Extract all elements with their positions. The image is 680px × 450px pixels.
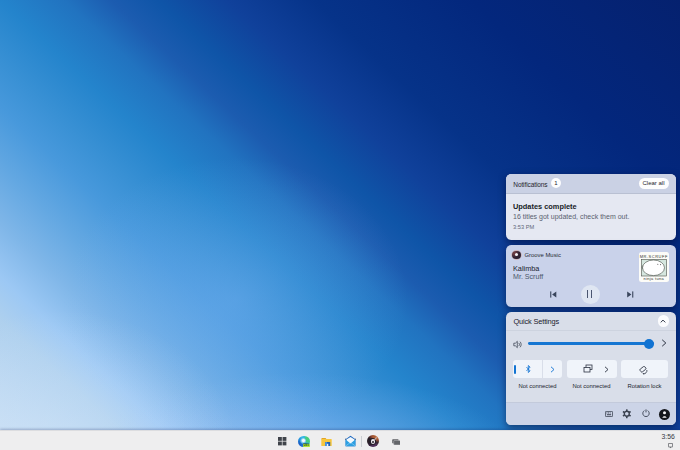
svg-text:ninja tuna: ninja tuna bbox=[643, 276, 664, 281]
svg-text:MR.SCRUFF: MR.SCRUFF bbox=[639, 253, 667, 258]
